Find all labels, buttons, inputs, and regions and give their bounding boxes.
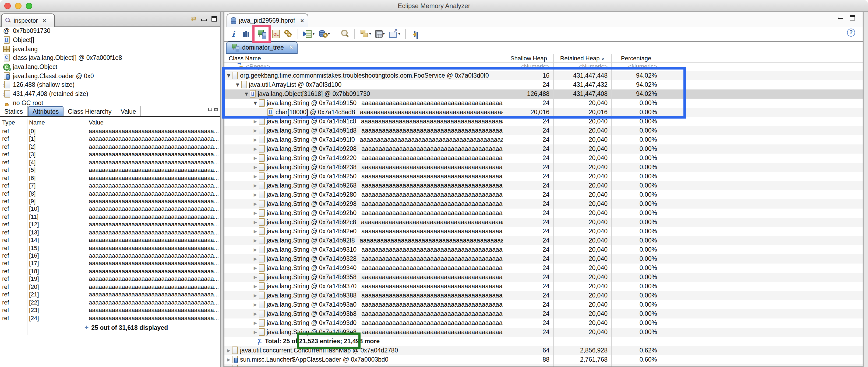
table-row[interactable]: ref[18]aaaaaaaaaaaaaaaaaaaaaaaaaaaaaaaaa… [0,268,220,276]
table-row[interactable]: ref[6]aaaaaaaaaaaaaaaaaaaaaaaaaaaaaaaaaa… [0,174,220,182]
column-retained-heap[interactable]: Retained Heap ∨ [553,55,611,61]
expand-arrow-icon[interactable]: ▶ [252,265,258,270]
table-row[interactable]: ▶java.lang.String @ 0x7a14b93d0aaaaaaaaa… [224,318,863,328]
column-percentage[interactable]: Percentage [611,55,661,61]
tab-value[interactable]: Value [117,106,141,116]
table-row[interactable]: ▶java.lang.String @ 0x7a14b9310aaaaaaaaa… [224,245,863,254]
compare-button[interactable] [410,29,420,38]
expand-arrow-icon[interactable]: ▶ [252,210,258,215]
expand-arrow-icon[interactable]: ▶ [252,165,258,169]
oql-button[interactable] [272,29,280,38]
inspector-list-item[interactable]: []Object[] [3,35,218,44]
tab-statics[interactable]: Statics [0,106,28,116]
histogram-button[interactable] [242,29,251,38]
expand-arrow-icon[interactable]: ▶ [252,119,258,124]
expand-arrow-icon[interactable]: ▶ [252,275,258,279]
minimize-view-icon[interactable] [201,19,207,21]
table-row[interactable]: ▶java.lang.String @ 0x7a14b9220aaaaaaaaa… [224,153,863,163]
tab-class-hierarchy[interactable]: Class Hierarchy [63,106,116,116]
dominator-tree-button[interactable] [254,29,269,38]
expand-arrow-icon[interactable]: ▶ [252,311,258,316]
table-row[interactable]: ▶java.lang.String @ 0x7a14b91d8aaaaaaaaa… [224,126,863,135]
table-row[interactable]: ▶java.lang.String @ 0x7a14b92b0aaaaaaaaa… [224,208,863,218]
table-row[interactable]: ▶java.lang.String @ 0x7a14b9388aaaaaaaaa… [224,291,863,300]
expert-tests-button[interactable] [284,29,293,38]
expand-arrow-icon[interactable]: ▶ [252,238,258,243]
table-row[interactable]: ▶java.lang.String @ 0x7a14b92f8aaaaaaaaa… [224,236,863,245]
inspector-list-item[interactable]: @0x7bb091730 [3,26,218,35]
table-row[interactable]: ▶java.lang.String @ 0x7a14b9250aaaaaaaaa… [224,172,863,181]
table-row[interactable]: ▶java.lang.String @ 0x7a14b9370aaaaaaaaa… [224,282,863,291]
table-row[interactable]: ref[4]aaaaaaaaaaaaaaaaaaaaaaaaaaaaaaaaaa… [0,159,220,167]
group-by-button[interactable]: ▾ [360,29,371,38]
heap-actions-button[interactable]: ▾ [318,29,330,38]
table-row[interactable]: ref[21]aaaaaaaaaaaaaaaaaaaaaaaaaaaaaaaaa… [0,291,220,299]
export-button[interactable]: ▾ [389,29,400,38]
calculator-button[interactable]: ▾ [375,30,385,37]
expand-arrow-icon[interactable]: ▶ [252,192,258,197]
query-browser-button[interactable]: ▾ [303,29,314,38]
panel-sash[interactable] [221,12,224,367]
overview-info-button[interactable] [229,29,238,38]
expand-arrow-icon[interactable]: ▶ [225,357,232,362]
table-row[interactable]: ▶java.lang.String @ 0x7a14b9208aaaaaaaaa… [224,144,863,153]
expand-arrow-icon[interactable]: ▶ [252,284,258,289]
expand-arrow-icon[interactable]: ▶ [252,320,258,325]
close-icon[interactable]: × [289,44,293,52]
tab-attributes[interactable]: Attributes [28,106,63,116]
expand-arrow-icon[interactable]: ▶ [252,156,258,160]
table-row[interactable]: ref[9]aaaaaaaaaaaaaaaaaaaaaaaaaaaaaaaaaa… [0,198,220,206]
close-icon[interactable]: × [43,17,46,24]
table-row[interactable]: ref[19]aaaaaaaaaaaaaaaaaaaaaaaaaaaaaaaaa… [0,276,220,283]
expand-arrow-icon[interactable]: ▶ [252,201,258,206]
table-row[interactable]: ▶java.lang.String @ 0x7a14b93b8aaaaaaaaa… [224,309,863,318]
expand-arrow-icon[interactable]: ▶ [252,229,258,234]
table-row[interactable]: ref[5]aaaaaaaaaaaaaaaaaaaaaaaaaaaaaaaaaa… [0,167,220,174]
expand-arrow-icon[interactable]: ▶ [252,183,258,188]
table-row[interactable]: ref[3]aaaaaaaaaaaaaaaaaaaaaaaaaaaaaaaaaa… [0,151,220,159]
table-row[interactable]: ref[2]aaaaaaaaaaaaaaaaaaaaaaaaaaaaaaaaaa… [0,143,220,151]
table-row[interactable]: ▶java.lang.String @ 0x7a14b9328aaaaaaaaa… [224,254,863,263]
expand-arrow-icon[interactable]: ▶ [252,302,258,307]
link-with-snapshot-icon[interactable]: ⇄ [191,16,196,22]
table-row[interactable]: ▶java.lang.String @ 0x7a14b93a0aaaaaaaaa… [224,300,863,309]
inspector-list-item[interactable]: java.lang.ClassLoader @ 0x0 [3,72,218,80]
table-row[interactable]: ref[13]aaaaaaaaaaaaaaaaaaaaaaaaaaaaaaaaa… [0,229,220,236]
maximize-section-icon[interactable] [214,108,218,111]
table-row[interactable]: ▶java.lang.String @ 0x7a14b9280aaaaaaaaa… [224,190,863,199]
inspector-list-item[interactable]: Cjava.lang.Object [3,62,218,72]
table-row[interactable]: ref[1]aaaaaaaaaaaaaaaaaaaaaaaaaaaaaaaaaa… [0,136,220,143]
minimize-section-icon[interactable] [208,108,212,111]
table-row[interactable]: ref[10]aaaaaaaaaaaaaaaaaaaaaaaaaaaaaaaaa… [0,206,220,214]
table-row[interactable]: ▶java.lang.String @ 0x7a14b9340aaaaaaaaa… [224,263,863,273]
table-row[interactable]: ref[23]aaaaaaaaaaaaaaaaaaaaaaaaaaaaaaaaa… [0,307,220,314]
table-row[interactable]: ▶java.lang.String @ 0x7a14b92e0aaaaaaaaa… [224,227,863,236]
table-row[interactable]: ▶java.lang.String @ 0x7a14b9268aaaaaaaaa… [224,181,863,190]
table-row[interactable]: ▶ [224,364,863,367]
expand-arrow-icon[interactable]: ▶ [252,256,258,261]
table-row[interactable]: ref[15]aaaaaaaaaaaaaaaaaaaaaaaaaaaaaaaaa… [0,245,220,252]
table-row[interactable]: ref[20]aaaaaaaaaaaaaaaaaaaaaaaaaaaaaaaaa… [0,283,220,291]
table-row[interactable]: ref[8]aaaaaaaaaaaaaaaaaaaaaaaaaaaaaaaaaa… [0,190,220,198]
expand-arrow-icon[interactable]: ▶ [252,137,258,142]
table-row[interactable]: ▶sun.misc.Launcher$AppClassLoader @ 0x7a… [224,355,863,364]
table-row[interactable]: ref[11]aaaaaaaaaaaaaaaaaaaaaaaaaaaaaaaaa… [0,214,220,221]
search-button[interactable] [340,29,349,38]
table-row[interactable]: ref[24]aaaaaaaaaaaaaaaaaaaaaaaaaaaaaaaaa… [0,314,220,322]
table-row[interactable]: ▶java.lang.String @ 0x7a14b9298aaaaaaaaa… [224,199,863,208]
expand-arrow-icon[interactable]: ▶ [252,220,258,224]
help-icon[interactable]: ? [847,29,855,37]
maximize-view-icon[interactable] [212,16,217,22]
tab-dominator-tree[interactable]: dominator_tree × [226,41,298,54]
table-row[interactable]: ▶java.lang.String @ 0x7a14b9358aaaaaaaaa… [224,273,863,282]
table-row[interactable]: ▶java.lang.String @ 0x7a14b91f0aaaaaaaaa… [224,135,863,144]
table-row[interactable]: ref[16]aaaaaaaaaaaaaaaaaaaaaaaaaaaaaaaaa… [0,252,220,260]
expand-arrow-icon[interactable]: ▶ [252,330,258,334]
table-row[interactable]: ref[22]aaaaaaaaaaaaaaaaaaaaaaaaaaaaaaaaa… [0,299,220,307]
table-row[interactable]: ref[7]aaaaaaaaaaaaaaaaaaaaaaaaaaaaaaaaaa… [0,182,220,190]
table-row[interactable]: ▶java.lang.String @ 0x7a14b92c8aaaaaaaaa… [224,218,863,227]
table-row[interactable]: ref[0]aaaaaaaaaaaaaaaaaaaaaaaaaaaaaaaaaa… [0,128,220,136]
inspector-list-item[interactable]: Cclass java.lang.Object[] @ 0x7a000f1e8 [3,53,218,62]
maximize-view-icon[interactable] [850,15,855,21]
close-icon[interactable]: × [300,17,304,24]
